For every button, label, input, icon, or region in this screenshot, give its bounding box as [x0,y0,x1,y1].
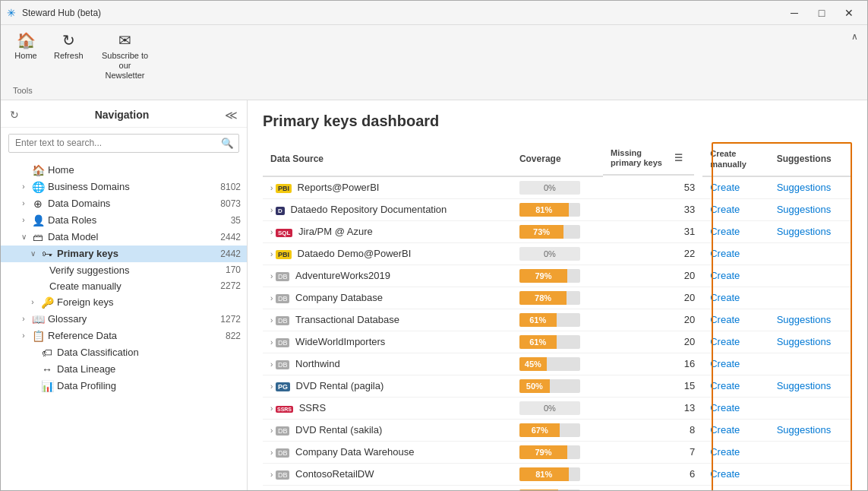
search-button[interactable]: 🔍 [216,135,238,152]
datasource-name: SSRS [299,402,326,413]
suggestions-link[interactable]: Suggestions [777,336,832,347]
row-expand-icon[interactable]: › [270,316,273,325]
missing-cell: 53 [603,176,702,199]
create-link[interactable]: Create [710,424,740,436]
row-expand-icon[interactable]: › [270,360,273,369]
glossary-icon: 📖 [31,313,45,325]
create-link[interactable]: Create [710,446,740,458]
sidebar-item-label: Business Domains [48,181,217,192]
create-link[interactable]: Create [710,314,740,325]
datasource-cell: › SSRS SSRS [263,397,512,419]
sidebar-item-count: 170 [226,265,241,275]
row-expand-icon[interactable]: › [270,294,273,303]
row-expand-icon[interactable]: › [270,426,273,435]
source-icon: DB [276,294,290,303]
create-link[interactable]: Create [710,270,740,281]
suggestions-link[interactable]: Suggestions [777,226,832,237]
nav-tree: 🏠 Home › 🌐 Business Domains 8102 › ⊕ Dat… [1,159,247,490]
sidebar-item-label: Reference Data [48,330,223,341]
sidebar-item-data-classification[interactable]: 🏷 Data Classification [1,344,247,361]
create-link[interactable]: Create [710,380,740,391]
sidebar-refresh-button[interactable]: ↻ [10,109,19,121]
row-expand-icon[interactable]: › [270,184,273,192]
sidebar-item-data-domains[interactable]: › ⊕ Data Domains 8073 [1,195,247,212]
datasource-cell: › DB Northwind [263,353,512,375]
sidebar-item-data-roles[interactable]: › 👤 Data Roles 35 [1,212,247,229]
row-expand-icon[interactable]: › [270,382,273,391]
suggestions-link[interactable]: Suggestions [777,182,832,193]
row-expand-icon[interactable]: › [270,338,273,347]
toolbar-collapse-button[interactable]: ∧ [848,28,861,45]
sidebar-item-label: Data Profiling [57,380,241,391]
table-row: › SSRS SSRS 0% 13 Create [263,397,852,419]
create-link[interactable]: Create [710,182,740,193]
sidebar-item-verify-suggestions[interactable]: Verify suggestions 170 [1,262,247,278]
create-link[interactable]: Create [710,402,740,413]
missing-cell: 6 [603,463,702,485]
dashboard-title: Primary keys dashboard [263,112,852,130]
primary-keys-icon: 🗝 [40,248,54,260]
filter-icon[interactable]: ☰ [674,153,683,163]
sidebar-item-count: 2442 [220,249,241,259]
row-expand-icon[interactable]: › [270,206,273,214]
refresh-label: Refresh [54,51,84,61]
sidebar-item-label: Data Classification [57,347,241,358]
row-expand-icon[interactable]: › [270,250,273,258]
missing-cell: 20 [603,287,702,309]
maximize-button[interactable]: □ [810,4,834,22]
minimize-button[interactable]: ─ [782,4,806,22]
create-cell: Create [702,375,769,397]
refresh-button[interactable]: ↻ Refresh [48,28,90,64]
source-icon: DB [276,448,290,458]
row-expand-icon[interactable]: › [270,470,273,479]
sidebar-item-create-manually[interactable]: Create manually 2272 [1,278,247,294]
sidebar-item-label: Data Domains [48,198,217,209]
table-row: › PBI Reports@PowerBI 0% 53 Create Sugge… [263,176,852,199]
create-link[interactable]: Create [710,226,740,237]
suggestions-cell: Suggestions [769,176,852,199]
create-link[interactable]: Create [710,248,740,259]
row-expand-icon[interactable]: › [270,272,273,280]
row-expand-icon[interactable]: › [270,228,273,236]
suggestions-link[interactable]: Suggestions [777,314,832,325]
coverage-bar: 79% [519,445,567,459]
sidebar-item-foreign-keys[interactable]: › 🔑 Foreign keys [1,294,247,311]
coverage-bar-wrap: 50% [519,379,580,393]
sidebar-item-data-lineage[interactable]: ↔ Data Lineage [1,361,247,378]
suggestions-cell: Suggestions [769,331,852,353]
sidebar-item-reference-data[interactable]: › 📋 Reference Data 822 [1,328,247,344]
data-model-icon: 🗃 [31,231,45,243]
sidebar-item-data-profiling[interactable]: 📊 Data Profiling [1,378,247,394]
create-link[interactable]: Create [710,292,740,303]
dashboard: Primary keys dashboard Data Source Cover… [248,100,867,490]
row-expand-icon[interactable]: › [270,404,273,413]
create-cell: Create [702,397,769,419]
datasource-name: Jira/PM @ Azure [298,226,373,237]
data-table: Data Source Coverage Missing primary key… [263,142,852,490]
sidebar-item-business-domains[interactable]: › 🌐 Business Domains 8102 [1,179,247,195]
suggestions-link[interactable]: Suggestions [777,424,832,436]
source-icon: DB [276,426,290,436]
sidebar-collapse-button[interactable]: ≪ [225,108,238,122]
suggestions-link[interactable]: Suggestions [777,204,832,215]
newsletter-button[interactable]: ✉ Subscribe to our Newsletter [93,28,158,84]
suggestions-link[interactable]: Suggestions [777,380,832,391]
sidebar-item-data-model[interactable]: ∨ 🗃 Data Model 2442 [1,229,247,246]
datasource-cell: › SQL Jira/PM @ Azure [263,220,512,242]
home-button[interactable]: 🏠 Home [7,28,45,64]
source-icon: DB [276,360,290,369]
datasource-cell: › DB AdventureWorks2019 [263,265,512,287]
sidebar-item-glossary[interactable]: › 📖 Glossary 1272 [1,311,247,328]
sidebar-item-count: 1272 [220,314,241,325]
datasource-name: WideWorldImporters [295,336,385,347]
row-expand-icon[interactable]: › [270,448,273,457]
create-link[interactable]: Create [710,336,740,347]
search-input[interactable] [9,135,216,151]
coverage-zero: 0% [519,401,580,415]
create-link[interactable]: Create [710,358,740,369]
sidebar-item-primary-keys[interactable]: ∨ 🗝 Primary keys 2442 [1,246,247,262]
sidebar-item-home[interactable]: 🏠 Home [1,162,247,179]
create-link[interactable]: Create [710,468,740,480]
close-button[interactable]: ✕ [837,4,861,22]
create-link[interactable]: Create [710,204,740,215]
